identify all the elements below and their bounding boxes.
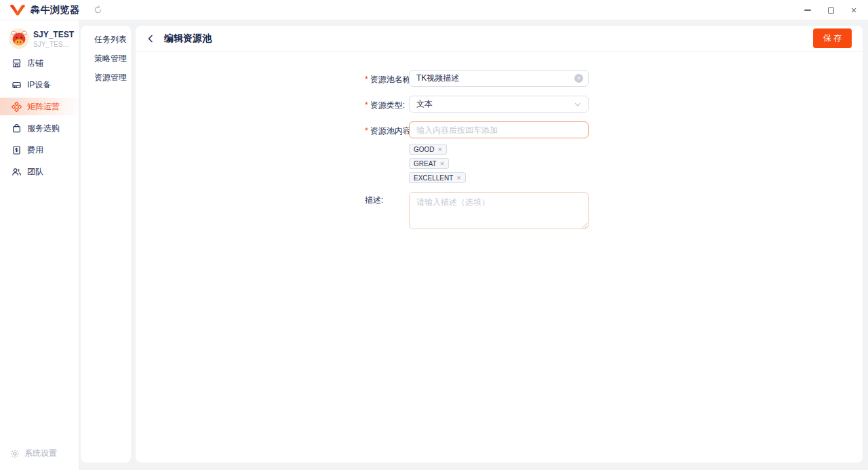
name-label: *资源池名称: xyxy=(365,70,409,87)
sidebar-item-ip-device[interactable]: IP设备 xyxy=(0,76,79,94)
tag-text: GOOD xyxy=(414,146,435,153)
save-button[interactable]: 保存 xyxy=(813,28,852,48)
form-row-description: 描述: xyxy=(365,192,863,231)
form-row-name: *资源池名称: × xyxy=(365,70,863,87)
sidebar-item-fees[interactable]: 费用 xyxy=(0,141,79,159)
primary-sidebar: SJY_TEST SJY_TEST_... 店铺 xyxy=(0,20,79,470)
submenu-item-task-list[interactable]: 任务列表 xyxy=(81,30,131,49)
window-controls: × xyxy=(803,0,859,20)
pool-name-input[interactable] xyxy=(409,70,589,87)
tag-line: EXCELLENT × xyxy=(409,172,863,183)
back-button[interactable] xyxy=(146,35,155,43)
team-icon xyxy=(12,167,22,177)
tag-line: GREAT × xyxy=(409,158,863,169)
required-mark: * xyxy=(365,75,368,84)
description-label: 描述: xyxy=(365,192,409,231)
sidebar-item-label: 店铺 xyxy=(27,58,43,69)
tag-remove-icon[interactable]: × xyxy=(440,160,444,168)
clear-input-icon[interactable]: × xyxy=(574,74,583,83)
form-row-content: *资源池内容: xyxy=(365,121,863,138)
tag-text: EXCELLENT xyxy=(414,174,453,182)
tag-item: GOOD × xyxy=(409,144,447,155)
description-field-wrap xyxy=(409,192,589,231)
sidebar-item-label: IP设备 xyxy=(27,79,51,91)
pool-content-input[interactable] xyxy=(409,121,589,138)
sidebar-item-team[interactable]: 团队 xyxy=(0,163,79,180)
sidebar-item-matrix-ops[interactable]: 矩阵运营 xyxy=(0,98,79,115)
content-tag-list: GOOD × GREAT × EXCELLENT × xyxy=(409,144,863,183)
tag-item: EXCELLENT × xyxy=(409,172,466,183)
app-title: 犇牛浏览器 xyxy=(31,4,80,16)
page-header: 编辑资源池 保存 xyxy=(136,26,863,52)
sidebar-item-shop[interactable]: 店铺 xyxy=(0,54,79,72)
sidebar-item-label: 矩阵运营 xyxy=(27,101,60,113)
page-title: 编辑资源池 xyxy=(164,33,212,45)
sidebar-item-label: 费用 xyxy=(27,144,43,156)
sidebar-menu: 店铺 IP设备 矩阵运营 xyxy=(0,54,79,180)
maximize-button[interactable] xyxy=(826,5,835,15)
minimize-button[interactable] xyxy=(803,5,812,15)
tag-line: GOOD × xyxy=(409,144,863,155)
tag-remove-icon[interactable]: × xyxy=(456,174,460,182)
bull-logo-icon xyxy=(9,4,26,16)
main-panel: 编辑资源池 保存 *资源池名称: × *资源类型: 文本 xyxy=(136,26,863,463)
description-textarea[interactable] xyxy=(409,192,589,229)
sidebar-item-label: 服务选购 xyxy=(27,123,60,134)
submenu-item-resources[interactable]: 资源管理 xyxy=(81,68,131,87)
resource-type-value: 文本 xyxy=(416,98,574,110)
content-field-wrap xyxy=(409,121,589,138)
fee-receipt-icon xyxy=(12,145,22,155)
tag-remove-icon[interactable]: × xyxy=(438,146,442,153)
shop-icon xyxy=(12,58,22,68)
back-chevron-icon xyxy=(146,35,155,43)
tag-text: GREAT xyxy=(414,160,437,168)
form-row-type: *资源类型: 文本 xyxy=(365,96,863,113)
type-field-wrap: 文本 xyxy=(409,96,589,113)
shopping-bag-icon xyxy=(12,123,22,134)
resource-type-select[interactable]: 文本 xyxy=(409,96,589,113)
required-mark: * xyxy=(365,126,368,136)
tag-item: GREAT × xyxy=(409,158,449,169)
refresh-icon[interactable] xyxy=(94,5,102,14)
avatar xyxy=(9,28,29,49)
required-mark: * xyxy=(365,100,368,110)
user-name: SJY_TEST xyxy=(33,30,74,39)
user-subtitle: SJY_TEST_... xyxy=(33,41,73,48)
submenu-item-strategy[interactable]: 策略管理 xyxy=(81,49,131,68)
user-meta: SJY_TEST SJY_TEST_... xyxy=(33,30,74,48)
app-body: SJY_TEST SJY_TEST_... 店铺 xyxy=(0,20,868,470)
close-button[interactable]: × xyxy=(849,5,859,15)
secondary-sidebar: 任务列表 策略管理 资源管理 xyxy=(81,26,131,463)
content-label: *资源池内容: xyxy=(365,121,409,138)
gear-icon xyxy=(10,449,20,458)
sidebar-item-services[interactable]: 服务选购 xyxy=(0,119,79,137)
device-icon xyxy=(12,80,22,90)
sidebar-item-settings[interactable]: 系统设置 xyxy=(10,448,57,459)
matrix-icon xyxy=(12,102,22,112)
app-logo: 犇牛浏览器 xyxy=(9,4,80,16)
sidebar-item-label: 团队 xyxy=(27,166,43,178)
type-label: *资源类型: xyxy=(365,96,409,113)
user-profile[interactable]: SJY_TEST SJY_TEST_... xyxy=(0,20,79,49)
chevron-down-icon xyxy=(574,101,581,108)
name-field-wrap: × xyxy=(409,70,589,87)
title-bar: 犇牛浏览器 × xyxy=(0,0,868,20)
edit-resource-pool-form: *资源池名称: × *资源类型: 文本 xyxy=(136,52,863,231)
settings-label: 系统设置 xyxy=(24,448,57,459)
